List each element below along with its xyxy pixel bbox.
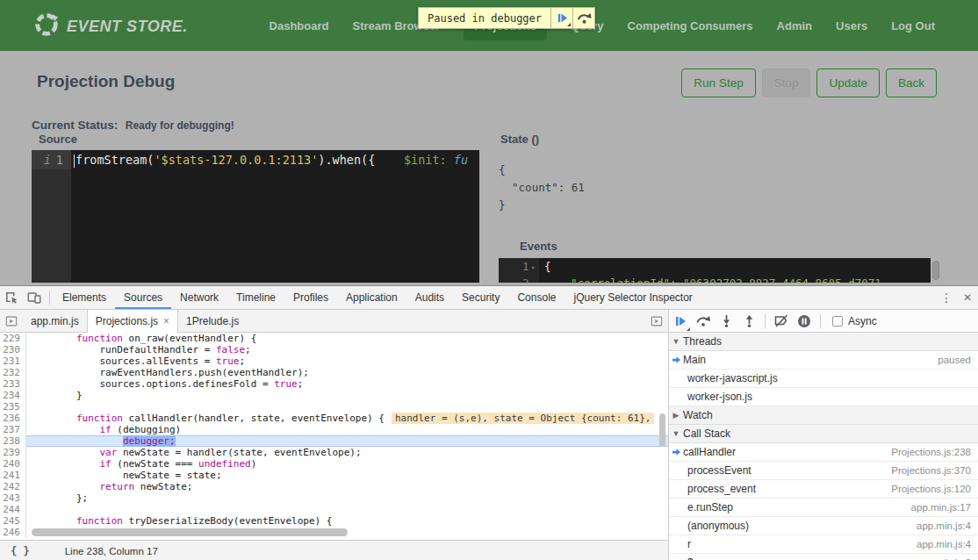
code-line-content[interactable]: function tryDeserializeBody(eventEnvelop… xyxy=(26,515,668,527)
tab-security[interactable]: Security xyxy=(453,286,508,309)
tab-elements[interactable]: Elements xyxy=(54,286,115,309)
line-number[interactable]: 229 xyxy=(0,333,26,344)
devtools-close-button[interactable]: ✕ xyxy=(957,286,978,309)
code-line-content[interactable]: runDefaultHandler = false; xyxy=(26,344,668,355)
resume-script-button[interactable] xyxy=(551,7,573,29)
horizontal-scrollbar-thumb[interactable] xyxy=(32,528,348,536)
line-number[interactable]: 234 xyxy=(0,390,26,401)
section-header-threads[interactable]: ▼Threads xyxy=(669,333,978,351)
call-stack-frame[interactable]: rapp.min.js:4 xyxy=(669,535,978,554)
thread-row[interactable]: worker-javascript.js xyxy=(669,370,978,388)
line-number[interactable]: 235 xyxy=(0,401,26,413)
events-code-line[interactable]: { xyxy=(539,258,931,275)
code-line-content[interactable]: var newState = handler(state, eventEnvel… xyxy=(26,447,668,458)
step-over-button[interactable] xyxy=(573,7,595,29)
run-step-button[interactable]: Run Step xyxy=(681,68,755,97)
line-number[interactable]: 244 xyxy=(0,504,26,515)
nav-item-admin[interactable]: Admin xyxy=(777,19,812,32)
close-tab-icon[interactable]: × xyxy=(163,315,169,327)
line-number[interactable]: 233 xyxy=(0,378,26,390)
step-over-button[interactable] xyxy=(692,310,715,333)
events-scrollbar-thumb[interactable] xyxy=(932,261,939,280)
line-number[interactable]: 245 xyxy=(0,515,26,527)
thread-row[interactable]: Mainpaused xyxy=(669,351,978,370)
devtools-menu-button[interactable]: ⋮ xyxy=(936,286,957,309)
line-number[interactable]: 239 xyxy=(0,447,26,458)
source-editor-gutter[interactable]: i1 xyxy=(32,150,71,283)
line-number[interactable]: 240 xyxy=(0,458,26,470)
events-code-line[interactable]: "correlationId": "06302702-8827-4464-860… xyxy=(539,275,931,283)
nav-item-dashboard[interactable]: Dashboard xyxy=(270,19,329,32)
update-button[interactable]: Update xyxy=(816,68,880,97)
code-line-content[interactable]: } xyxy=(26,390,668,401)
code-line-content[interactable]: if (newState === undefined) xyxy=(26,458,668,470)
events-editor-gutter[interactable]: 1▾ xyxy=(499,258,539,275)
stop-button[interactable]: Stop xyxy=(762,68,811,97)
step-into-button[interactable] xyxy=(715,310,737,333)
resume-script-button[interactable] xyxy=(669,310,692,333)
thread-row[interactable]: worker-json.js xyxy=(669,388,978,406)
tab-network[interactable]: Network xyxy=(171,286,227,309)
more-tabs-button[interactable] xyxy=(645,310,668,332)
section-header-call-stack[interactable]: ▼Call Stack xyxy=(669,425,978,443)
tab-audits[interactable]: Audits xyxy=(406,286,453,309)
call-stack-frame[interactable]: processEventProjections.js:370 xyxy=(669,462,978,480)
code-area[interactable]: 229 function on_raw(eventHandler) {230 r… xyxy=(0,333,668,540)
line-number[interactable]: 237 xyxy=(0,424,26,435)
call-stack-frame[interactable]: callHandlerProjections.js:238 xyxy=(669,443,978,462)
nav-item-users[interactable]: Users xyxy=(836,19,867,32)
source-code-editor[interactable]: i1 fromStream('$stats-127.0.0.1:2113').w… xyxy=(32,150,479,283)
device-toolbar-button[interactable] xyxy=(23,286,46,309)
code-line-content[interactable]: }; xyxy=(26,492,668,504)
tab-console[interactable]: Console xyxy=(508,286,565,309)
events-editor[interactable]: 1▾ { 2▾ "correlationId": "06302702-8827-… xyxy=(499,258,931,283)
line-number[interactable]: 231 xyxy=(0,355,26,367)
code-line-content[interactable]: if (debugging) xyxy=(26,424,668,435)
call-stack-frame[interactable]: process_eventProjections.js:120 xyxy=(669,480,978,499)
line-number[interactable]: 232 xyxy=(0,367,26,378)
line-number[interactable]: 246 xyxy=(0,527,26,538)
call-stack-frame[interactable]: (anonymous)app.min.js:4 xyxy=(669,517,978,535)
pause-on-exceptions-button[interactable] xyxy=(793,310,816,333)
line-number[interactable]: 238 xyxy=(0,435,26,447)
code-line-content[interactable]: function callHandler(handler, state, eve… xyxy=(26,413,668,424)
tab-profiles[interactable]: Profiles xyxy=(284,286,337,309)
nav-item-log-out[interactable]: Log Out xyxy=(891,19,935,32)
line-number[interactable]: 241 xyxy=(0,470,26,481)
pretty-print-button[interactable]: { } xyxy=(11,545,30,557)
nav-item-competing-consumers[interactable]: Competing Consumers xyxy=(628,19,753,32)
code-line-content[interactable] xyxy=(26,527,668,538)
back-button[interactable]: Back xyxy=(886,68,937,97)
tab-application[interactable]: Application xyxy=(337,286,406,309)
call-stack-frame[interactable]: $...app.min.js:2 xyxy=(669,554,978,560)
source-code-line[interactable]: fromStream('$stats-127.0.0.1:2113').when… xyxy=(71,150,479,283)
code-line-content[interactable]: sources.allEvents = true; xyxy=(26,355,668,367)
line-number[interactable]: 230 xyxy=(0,344,26,355)
step-out-button[interactable] xyxy=(737,310,760,333)
code-line-content[interactable]: debugger; xyxy=(26,435,668,447)
section-header-watch[interactable]: ▶Watch xyxy=(669,406,978,425)
show-navigator-button[interactable] xyxy=(0,310,23,332)
call-stack-frame[interactable]: e.runStepapp.min.js:17 xyxy=(669,499,978,517)
events-editor-gutter[interactable]: 2▾ xyxy=(499,275,539,283)
code-line-content[interactable] xyxy=(26,401,668,413)
tab-timeline[interactable]: Timeline xyxy=(227,286,284,309)
line-number[interactable]: 236 xyxy=(0,413,26,424)
code-line-content[interactable]: function on_raw(eventHandler) { xyxy=(26,333,668,344)
async-checkbox[interactable] xyxy=(832,316,843,327)
tab-jquery-selector-inspector[interactable]: jQuery Selector Inspector xyxy=(565,286,701,309)
eventstore-logo[interactable]: EVENT STORE. xyxy=(33,11,188,41)
code-line-content[interactable] xyxy=(26,504,668,515)
code-line-content[interactable]: newState = state; xyxy=(26,470,668,481)
fold-caret-icon[interactable]: ▾ xyxy=(531,263,536,272)
line-number[interactable]: 242 xyxy=(0,481,26,492)
inspect-element-button[interactable] xyxy=(0,286,23,309)
code-line-content[interactable]: return newState; xyxy=(26,481,668,492)
code-line-content[interactable]: rawEventHandlers.push(eventHandler); xyxy=(26,367,668,378)
code-line-content[interactable]: sources.options.definesFold = true; xyxy=(26,378,668,390)
file-tab-app-min-js[interactable]: app.min.js xyxy=(23,310,87,332)
line-number[interactable]: 243 xyxy=(0,492,26,504)
tab-sources[interactable]: Sources xyxy=(115,286,171,309)
file-tab-1prelude-js[interactable]: 1Prelude.js xyxy=(178,310,247,332)
deactivate-breakpoints-button[interactable] xyxy=(770,310,793,333)
